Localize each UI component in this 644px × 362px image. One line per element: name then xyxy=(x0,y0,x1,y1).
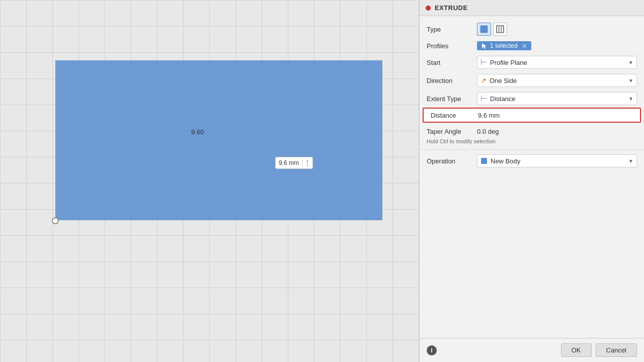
direction-dropdown[interactable]: ↗ One Side ▼ xyxy=(477,74,637,87)
distance-row[interactable]: Distance xyxy=(423,108,641,123)
taper-angle-value: 0.0 deg xyxy=(477,128,499,135)
operation-icon xyxy=(480,157,488,164)
panel-header: EXTRUDE xyxy=(420,0,644,16)
extent-type-control: ⊢ Distance ▼ xyxy=(477,92,637,105)
extent-type-arrow-icon: ▼ xyxy=(628,96,633,102)
start-label: Start xyxy=(427,59,477,66)
extrude-panel: EXTRUDE Type xyxy=(419,0,644,362)
svg-rect-5 xyxy=(481,158,487,164)
start-row: Start ⊢ Profile Plane ▼ xyxy=(420,53,644,71)
canvas-dimension-label: 9.60 xyxy=(191,128,204,136)
profiles-clear-button[interactable]: ✕ xyxy=(522,43,527,49)
type-thin-button[interactable] xyxy=(493,23,507,36)
info-button[interactable]: i xyxy=(427,345,437,355)
extent-type-value: Distance xyxy=(490,95,625,103)
solid-icon xyxy=(480,25,488,33)
panel-footer: i OK Cancel xyxy=(420,338,644,362)
profiles-badge[interactable]: 1 selected ✕ xyxy=(477,41,531,50)
operation-arrow-icon: ▼ xyxy=(628,158,633,164)
form-body: Type Profiles xyxy=(420,16,644,338)
thin-icon xyxy=(496,25,504,33)
type-label: Type xyxy=(427,26,477,33)
extent-type-label: Extent Type xyxy=(427,95,477,103)
profiles-label: Profiles xyxy=(427,42,477,50)
start-control: ⊢ Profile Plane ▼ xyxy=(477,56,637,69)
type-row: Type xyxy=(420,20,644,38)
operation-label: Operation xyxy=(427,157,477,165)
cursor-icon xyxy=(481,42,488,49)
operation-dropdown[interactable]: New Body ▼ xyxy=(477,154,637,167)
svg-rect-0 xyxy=(480,26,488,33)
start-dropdown[interactable]: ⊢ Profile Plane ▼ xyxy=(477,56,637,69)
distance-label: Distance xyxy=(431,112,478,119)
operation-control: New Body ▼ xyxy=(477,154,637,167)
extent-type-icon: ⊢ xyxy=(480,94,487,103)
svg-rect-3 xyxy=(501,26,502,33)
panel-status-dot xyxy=(426,6,431,11)
distance-input[interactable] xyxy=(478,112,633,119)
direction-label: Direction xyxy=(427,77,477,84)
hint-text: Hold Ctrl to modify selection xyxy=(420,137,644,147)
extent-type-row: Extent Type ⊢ Distance ▼ xyxy=(420,89,644,108)
extent-type-dropdown[interactable]: ⊢ Distance ▼ xyxy=(477,92,637,105)
profiles-selected-text: 1 selected xyxy=(490,42,518,49)
start-value: Profile Plane xyxy=(490,59,625,66)
profiles-row: Profiles 1 selected ✕ xyxy=(420,38,644,53)
canvas-area: 9.60 9.6 mm ⋮ xyxy=(0,0,419,362)
svg-rect-1 xyxy=(497,26,504,33)
sketch-shape xyxy=(55,60,382,220)
ok-button[interactable]: OK xyxy=(561,343,592,357)
type-solid-button[interactable] xyxy=(477,23,491,36)
svg-marker-4 xyxy=(482,43,487,49)
direction-value: One Side xyxy=(490,77,625,84)
direction-row: Direction ↗ One Side ▼ xyxy=(420,71,644,89)
svg-rect-2 xyxy=(498,26,500,33)
dimension-popup-menu-icon[interactable]: ⋮ xyxy=(302,159,312,167)
profiles-control: 1 selected ✕ xyxy=(477,41,637,50)
operation-value: New Body xyxy=(491,157,625,165)
panel-title: EXTRUDE xyxy=(435,4,468,12)
shape-handle[interactable] xyxy=(52,217,59,224)
operation-row: Operation New Body ▼ xyxy=(420,152,644,170)
start-icon: ⊢ xyxy=(480,58,487,67)
direction-arrow-icon: ▼ xyxy=(628,78,633,83)
cancel-button[interactable]: Cancel xyxy=(596,343,637,357)
direction-icon: ↗ xyxy=(480,76,487,84)
taper-angle-label: Taper Angle xyxy=(427,128,477,135)
start-arrow-icon: ▼ xyxy=(628,60,633,65)
direction-control: ↗ One Side ▼ xyxy=(477,74,637,87)
type-control xyxy=(477,23,637,36)
divider-1 xyxy=(420,149,644,150)
taper-angle-row: Taper Angle 0.0 deg xyxy=(420,126,644,137)
dimension-popup-value: 9.6 mm xyxy=(276,159,302,166)
dimension-popup[interactable]: 9.6 mm ⋮ xyxy=(275,157,313,169)
